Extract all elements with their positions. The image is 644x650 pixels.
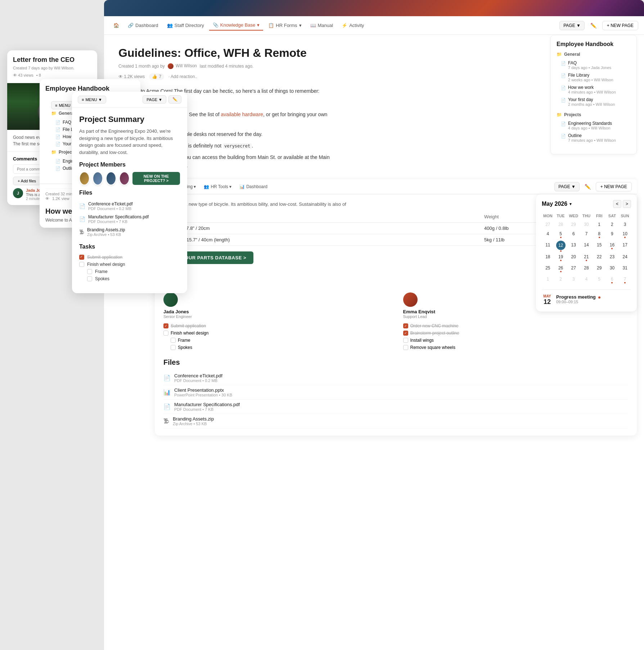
cal-day-26[interactable]: 26 bbox=[555, 264, 567, 274]
nav-dashboard[interactable]: 🔗 Dashboard bbox=[124, 21, 162, 30]
cal-day-3[interactable]: 3 bbox=[619, 220, 631, 229]
emma-cb-2[interactable]: ✓ bbox=[403, 331, 408, 336]
jada-sub-cb-spokes[interactable] bbox=[171, 345, 176, 350]
second-new-page-btn[interactable]: + NEW PAGE bbox=[596, 182, 632, 191]
second-edit-btn[interactable]: ✏️ bbox=[582, 182, 594, 191]
second-nav-dashboard[interactable]: 📊 Dashboard bbox=[237, 182, 270, 191]
hb-how-icon: 📄 bbox=[55, 135, 60, 139]
sidebar-engineering-standards[interactable]: 📄 Engineering Standards 4 days ago • Wil… bbox=[561, 119, 631, 132]
jada-sub-cb-frame[interactable] bbox=[171, 338, 176, 343]
cal-day-7-next[interactable]: 7 bbox=[619, 275, 631, 285]
cal-day-30-prev[interactable]: 30 bbox=[580, 220, 593, 229]
proj-menu-btn[interactable]: ≡ MENU ▼ bbox=[78, 96, 106, 104]
task-checkbox-1[interactable] bbox=[79, 255, 84, 260]
thumb-icon: 👍 bbox=[152, 74, 157, 79]
sidebar-file-library[interactable]: 📄 File Library 2 weeks ago • Will Wilson bbox=[561, 71, 631, 83]
cal-day-9[interactable]: 9 bbox=[606, 229, 618, 240]
nav-activity[interactable]: ⚡ Activity bbox=[338, 21, 368, 30]
cal-day-5-next[interactable]: 5 bbox=[593, 275, 605, 285]
nav-hr-label: HR Forms bbox=[276, 23, 297, 28]
edit-button[interactable]: ✏️ bbox=[587, 21, 599, 30]
hb-projects-folder-icon: 📁 bbox=[51, 150, 57, 155]
sidebar-outline[interactable]: 📄 Outline 7 minutes ago • Will Wilson bbox=[561, 132, 631, 144]
nav-manual[interactable]: 📖 Manual bbox=[307, 21, 337, 30]
cal-day-28-prev[interactable]: 28 bbox=[555, 220, 567, 229]
task-checkbox-2[interactable] bbox=[79, 262, 84, 267]
cal-day-27-prev[interactable]: 27 bbox=[542, 220, 554, 229]
new-on-project-btn[interactable]: NEW ON THE PROJECT? > bbox=[132, 172, 180, 185]
cal-day-23[interactable]: 23 bbox=[606, 253, 618, 263]
cal-day-20[interactable]: 20 bbox=[567, 253, 580, 263]
calendar-prev-btn[interactable]: < bbox=[613, 200, 621, 208]
cal-day-2-next[interactable]: 2 bbox=[555, 275, 567, 285]
cal-day-11[interactable]: 11 bbox=[542, 241, 554, 252]
subtask-cb-spokes[interactable] bbox=[87, 276, 92, 281]
cal-day-3-next[interactable]: 3 bbox=[567, 275, 580, 285]
cal-day-4[interactable]: 4 bbox=[542, 229, 554, 240]
cal-day-6-next[interactable]: 6 bbox=[606, 275, 618, 285]
cal-day-31[interactable]: 31 bbox=[619, 264, 631, 274]
cal-day-18[interactable]: 18 bbox=[542, 253, 554, 263]
add-files-button[interactable]: + Add files bbox=[13, 177, 41, 185]
jada-cb-2[interactable] bbox=[163, 331, 168, 336]
proj-page-btn[interactable]: PAGE ▼ bbox=[143, 95, 166, 104]
cal-day-25[interactable]: 25 bbox=[542, 264, 554, 274]
sidebar-your-first-day[interactable]: 📄 Your first day 2 months ago • Will Wil… bbox=[561, 96, 631, 108]
cal-day-13[interactable]: 13 bbox=[567, 241, 580, 252]
cal-day-28[interactable]: 28 bbox=[580, 264, 593, 274]
add-reaction[interactable]: · Add reaction.. bbox=[168, 74, 197, 79]
cal-day-4-next[interactable]: 4 bbox=[580, 275, 593, 285]
sidebar-faq[interactable]: 📄 FAQ 7 days ago • Jada Jones bbox=[561, 59, 631, 71]
page-button[interactable]: PAGE ▼ bbox=[559, 21, 585, 30]
second-nav-hr-tools[interactable]: 👥 HR Tools ▾ bbox=[201, 182, 234, 191]
cal-day-30[interactable]: 30 bbox=[606, 264, 618, 274]
jada-cb-1[interactable]: ✓ bbox=[163, 323, 168, 328]
calendar-dropdown-icon[interactable]: ▾ bbox=[569, 201, 572, 206]
cal-day-1-next[interactable]: 1 bbox=[542, 275, 554, 285]
hb-folder-icon: 📁 bbox=[51, 111, 57, 116]
emma-cb-4[interactable] bbox=[403, 345, 408, 350]
nav-home[interactable]: 🏠 bbox=[110, 21, 123, 30]
project-files-title: Files bbox=[79, 190, 180, 196]
cal-day-6[interactable]: 6 bbox=[567, 229, 580, 240]
proj-edit-btn[interactable]: ✏️ bbox=[168, 95, 181, 104]
cal-day-16[interactable]: 16 bbox=[606, 241, 618, 252]
calendar-event[interactable]: MAY 12 Progress meeting 09:00–09:15 bbox=[542, 290, 631, 306]
emma-cb-1[interactable]: ✓ bbox=[403, 323, 408, 328]
nav-staff-directory[interactable]: 👥 Staff Directory bbox=[163, 21, 208, 30]
member-avatar-2 bbox=[93, 172, 103, 185]
cal-day-15[interactable]: 15 bbox=[593, 241, 605, 252]
cal-day-29-prev[interactable]: 29 bbox=[567, 220, 580, 229]
cal-day-21[interactable]: 21 bbox=[580, 253, 593, 263]
cal-day-19[interactable]: 19 bbox=[555, 253, 567, 263]
cal-day-14[interactable]: 14 bbox=[580, 241, 593, 252]
cal-day-29[interactable]: 29 bbox=[593, 264, 605, 274]
cal-day-17[interactable]: 17 bbox=[619, 241, 631, 252]
available-hardware-link[interactable]: available hardware bbox=[221, 112, 264, 117]
emma-cb-3[interactable] bbox=[403, 338, 408, 343]
cal-day-27[interactable]: 27 bbox=[567, 264, 580, 274]
calendar-next-btn[interactable]: > bbox=[623, 200, 631, 208]
new-page-button[interactable]: + NEW PAGE bbox=[602, 21, 638, 30]
cal-day-10[interactable]: 10 bbox=[619, 229, 631, 240]
proj-menu-icon: ≡ bbox=[82, 97, 84, 102]
cal-day-12-wrapper[interactable]: 12 bbox=[555, 241, 567, 252]
subtask-cb-frame[interactable] bbox=[87, 269, 92, 274]
cal-day-2[interactable]: 2 bbox=[606, 220, 618, 229]
second-page-btn[interactable]: PAGE ▼ bbox=[554, 182, 580, 191]
cal-day-22[interactable]: 22 bbox=[593, 253, 605, 263]
event-info: Progress meeting 09:00–09:15 bbox=[556, 294, 600, 304]
cal-day-5[interactable]: 5 bbox=[555, 229, 567, 240]
cal-day-1[interactable]: 1 bbox=[593, 220, 605, 229]
nav-knowledge-base[interactable]: 📎 Knowledge Base ▾ bbox=[209, 20, 264, 31]
sidebar-how-we-work[interactable]: 📄 How we work 4 minutes ago • Will Wilso… bbox=[561, 83, 631, 96]
sidebar-projects-label: Projects bbox=[564, 112, 581, 117]
nav-hr-forms[interactable]: 📋 HR Forms ▾ bbox=[265, 21, 305, 30]
cal-day-8[interactable]: 8 bbox=[593, 229, 605, 240]
cal-day-12-today[interactable]: 12 bbox=[556, 241, 566, 250]
hr-tools-label: HR Tools ▾ bbox=[211, 184, 231, 189]
cal-day-7[interactable]: 7 bbox=[580, 229, 593, 240]
activity-icon: ⚡ bbox=[342, 23, 347, 28]
reaction-btn[interactable]: 👍 7 bbox=[149, 73, 164, 80]
cal-day-24[interactable]: 24 bbox=[619, 253, 631, 263]
